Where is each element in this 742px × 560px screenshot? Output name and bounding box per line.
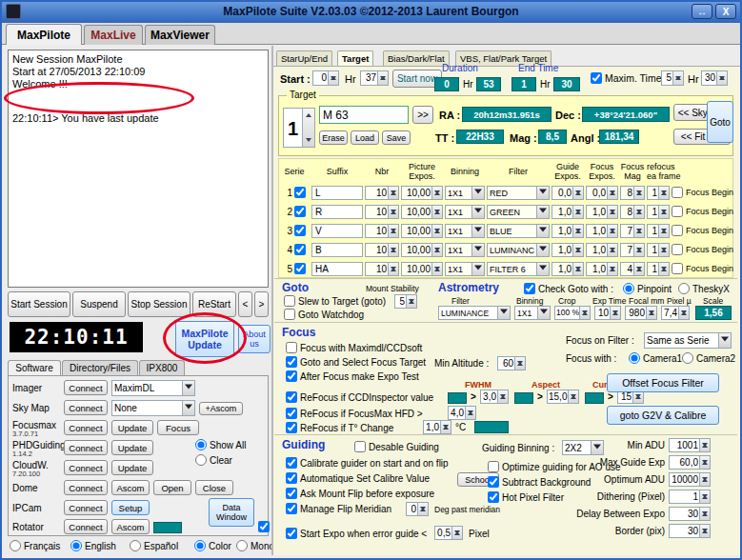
spinner-arrows-icon[interactable]: [431, 187, 442, 199]
refocus-spinner[interactable]: 1: [647, 224, 670, 238]
tab-directory-files[interactable]: Directory/Files: [62, 360, 138, 375]
spinner-arrows-icon[interactable]: [607, 263, 617, 275]
rotator-checkbox[interactable]: [258, 521, 270, 532]
tab-starup-end[interactable]: StarUp/End: [276, 50, 332, 66]
spinner-arrows-icon[interactable]: [716, 71, 727, 85]
spinner-arrows-icon[interactable]: [431, 244, 442, 256]
focus-exposure-spinner[interactable]: 1,0: [586, 224, 618, 238]
focus-maximdl-checkbox[interactable]: [286, 342, 297, 353]
spinner-arrows-icon[interactable]: [431, 225, 442, 237]
focus-exposure-spinner[interactable]: 1,0: [586, 262, 618, 276]
spinner-arrows-icon[interactable]: [572, 244, 583, 256]
dropdown-arrow-icon[interactable]: [536, 206, 549, 218]
skymap-ascom-button[interactable]: +Ascom: [199, 402, 243, 415]
restart-button[interactable]: ReStart: [192, 291, 236, 317]
clear-radio[interactable]: [195, 454, 207, 466]
spinner-arrows-icon[interactable]: [607, 244, 617, 256]
hot-pixel-filter-checkbox[interactable]: [488, 491, 499, 503]
dome-open-button[interactable]: Open: [153, 480, 191, 495]
binning-select[interactable]: 1X1: [445, 186, 485, 200]
min-altitude-spinner[interactable]: 60: [497, 356, 526, 370]
max-guide-exp-spinner[interactable]: 60,0: [669, 455, 711, 470]
min-adu-spinner[interactable]: 1001: [669, 438, 711, 452]
tab-target[interactable]: Target: [337, 50, 373, 66]
spinner-arrows-icon[interactable]: [699, 456, 710, 469]
dropdown-arrow-icon[interactable]: [536, 263, 549, 275]
exposure-spinner[interactable]: 10,00: [401, 205, 443, 219]
refocus-ccdinspector-checkbox[interactable]: [286, 391, 297, 403]
imager-connect-button[interactable]: Connect: [64, 380, 108, 395]
focusmax-focus-button[interactable]: Focus: [157, 420, 199, 435]
refocus-spinner[interactable]: 1: [647, 262, 670, 276]
auto-set-calibre-checkbox[interactable]: [286, 472, 297, 484]
dropdown-arrow-icon[interactable]: [718, 333, 731, 348]
maxim-time-checkbox[interactable]: [591, 72, 602, 84]
cloudwatcher-connect-button[interactable]: Connect: [64, 460, 108, 475]
guide-exposure-spinner[interactable]: 1,0: [551, 262, 584, 276]
nbr-spinner[interactable]: 10: [365, 205, 399, 219]
spinner-arrows-icon[interactable]: [440, 421, 451, 433]
tab-software[interactable]: Software: [8, 360, 61, 375]
suffix-field[interactable]: HA: [311, 262, 363, 276]
serie-enabled-checkbox[interactable]: [294, 206, 306, 217]
spinner-arrows-icon[interactable]: [699, 490, 710, 503]
spinner-arrows-icon[interactable]: [633, 263, 644, 275]
goto-select-focus-checkbox[interactable]: [286, 356, 297, 368]
focusmax-update-button[interactable]: Update: [111, 420, 153, 435]
cloudwatcher-update-button[interactable]: Update: [111, 460, 153, 475]
calibrate-guider-checkbox[interactable]: [286, 457, 297, 469]
mount-stability-spinner[interactable]: 5: [394, 294, 417, 309]
expo-test-checkbox[interactable]: [286, 370, 297, 382]
suffix-field[interactable]: V: [311, 224, 363, 238]
filter-select[interactable]: BLUE: [487, 224, 550, 238]
fwhm-spinner[interactable]: 3,0: [480, 390, 509, 404]
goto-g2v-calibre-button[interactable]: goto G2V & Calibre: [607, 406, 719, 425]
refocus-focusmax-hfd-checkbox[interactable]: [286, 408, 297, 419]
spinner-arrows-icon[interactable]: [451, 527, 462, 539]
about-us-button[interactable]: About us: [238, 325, 271, 353]
optimum-adu-spinner[interactable]: 10000: [669, 472, 711, 487]
goto-button[interactable]: Goto: [707, 101, 733, 143]
spinner-arrows-icon[interactable]: [607, 206, 617, 218]
spinner-arrows-icon[interactable]: [699, 525, 710, 537]
spinner-arrows-icon[interactable]: [514, 357, 525, 370]
serie-enabled-checkbox[interactable]: [294, 225, 306, 236]
refocus-spinner[interactable]: 1: [647, 205, 670, 219]
erase-button[interactable]: Erase: [319, 130, 348, 145]
maxpilote-update-button[interactable]: MaxPilote Update: [175, 321, 234, 357]
manage-flip-meridian-checkbox[interactable]: [286, 503, 297, 514]
binning-select[interactable]: 1X1: [445, 243, 485, 257]
focus-exposure-spinner[interactable]: 0,0: [586, 186, 618, 200]
focus-mag-spinner[interactable]: 4: [620, 262, 645, 276]
astro-filter-select[interactable]: LUMINANCE: [438, 306, 511, 320]
focus-begin-checkbox[interactable]: [672, 263, 683, 274]
spinner-arrows-icon[interactable]: [672, 71, 683, 85]
focus-exposure-spinner[interactable]: 1,0: [586, 205, 618, 219]
filter-select[interactable]: LUMINANC: [487, 243, 550, 257]
dropdown-arrow-icon[interactable]: [471, 225, 484, 237]
maxim-min-spinner[interactable]: 30: [701, 70, 728, 86]
dome-connect-button[interactable]: Connect: [64, 480, 108, 495]
spinner-arrows-icon[interactable]: [633, 244, 644, 256]
astro-binning-select[interactable]: 1X1: [514, 306, 551, 320]
spinner-arrows-icon[interactable]: [417, 503, 428, 515]
guide-exposure-spinner[interactable]: 1,0: [551, 243, 584, 257]
focus-begin-checkbox[interactable]: [672, 244, 683, 255]
tab-bias-dark-flat[interactable]: Bias/Dark/Flat: [383, 50, 450, 66]
spinner-arrows-icon[interactable]: [699, 439, 710, 451]
filter-select[interactable]: GREEN: [487, 205, 550, 219]
dropdown-arrow-icon[interactable]: [471, 187, 484, 199]
color-radio[interactable]: [194, 540, 206, 551]
spinner-arrows-icon[interactable]: [610, 307, 620, 319]
desable-guiding-checkbox[interactable]: [354, 441, 366, 452]
offset-focus-filter-button[interactable]: Offset Focus Filter: [607, 373, 719, 392]
close-window-button[interactable]: X: [715, 4, 736, 19]
nbr-spinner[interactable]: 10: [365, 186, 399, 200]
focus-mag-spinner[interactable]: 7: [620, 243, 645, 257]
border-pix-spinner[interactable]: 30: [669, 524, 711, 538]
target-expand-button[interactable]: >>: [412, 106, 433, 124]
lang-espanol-radio[interactable]: [130, 540, 141, 551]
focus-mag-spinner[interactable]: 8: [620, 186, 645, 200]
target-name-input[interactable]: [319, 106, 409, 124]
nbr-spinner[interactable]: 10: [365, 262, 399, 276]
